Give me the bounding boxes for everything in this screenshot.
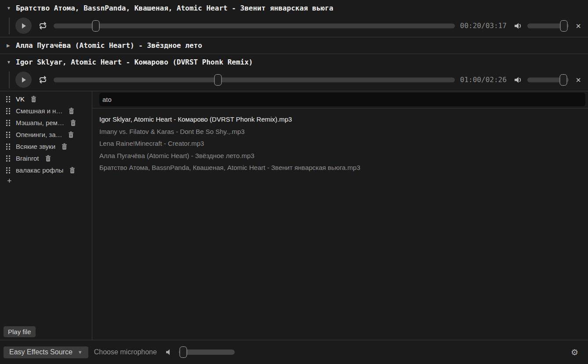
play-button[interactable] [15, 18, 32, 34]
bottom-bar: Easy Effects Source ▼ Choose microphone … [0, 340, 588, 364]
play-icon [21, 77, 26, 83]
repeat-button[interactable] [38, 76, 47, 84]
drag-handle-icon[interactable] [6, 155, 11, 162]
seek-slider[interactable] [54, 20, 455, 32]
time-display: 01:00/02:26 [458, 76, 508, 84]
delete-category-button[interactable] [69, 108, 74, 114]
player-row-2: ▶ Алла Пугачёва (Atomic Heart) - Звёздно… [0, 37, 588, 54]
file-list: Igor Sklyar, Atomic Heart - Комарово (DV… [92, 108, 588, 174]
sidebar-item-meshapy[interactable]: Мэшапы, рем… [0, 117, 92, 129]
volume-slider[interactable] [527, 74, 569, 86]
seek-track [54, 23, 455, 28]
gear-icon: ⚙ [571, 348, 578, 357]
player-3-controls: 01:00/02:26 × [0, 70, 588, 91]
player-row-1: ▼ Братство Атома, BassnPanda, Квашеная, … [0, 0, 588, 37]
trash-icon [31, 96, 36, 102]
drag-handle-icon[interactable] [6, 143, 11, 150]
repeat-button[interactable] [38, 22, 47, 30]
player-2-header[interactable]: ▶ Алла Пугачёва (Atomic Heart) - Звёздно… [0, 37, 588, 54]
category-label: Brainrot [16, 155, 39, 162]
trash-icon [45, 155, 51, 162]
volume-thumb[interactable] [560, 20, 568, 32]
drag-handle-icon[interactable] [6, 167, 11, 174]
player-row-3: ▼ Igor Sklyar, Atomic Heart - Комарово (… [0, 54, 588, 91]
drag-handle-icon[interactable] [6, 131, 11, 138]
microphone-volume-thumb[interactable] [180, 346, 187, 358]
seek-track [54, 77, 455, 82]
volume-slider[interactable] [527, 20, 569, 32]
player-1-title: Братство Атома, BassnPanda, Квашеная, At… [16, 4, 333, 12]
volume-button[interactable] [513, 76, 523, 84]
category-label: Опенинги, за… [16, 131, 62, 138]
repeat-icon [38, 22, 47, 30]
caret-down-icon: ▼ [7, 60, 11, 65]
speaker-icon [513, 22, 523, 30]
search-input[interactable] [99, 93, 585, 106]
player-3-title: Igor Sklyar, Atomic Heart - Комарово (DV… [16, 58, 253, 66]
sidebar-item-brainrot[interactable]: Brainrot [0, 152, 92, 164]
file-item[interactable]: Алла Пугачёва (Atomic Heart) - Звёздное … [99, 150, 588, 162]
file-item[interactable]: Lena Raine!Minecraft - Creator.mp3 [99, 137, 588, 150]
speaker-muted-icon [165, 349, 172, 356]
volume-button[interactable] [513, 22, 523, 30]
sidebar-item-valakas[interactable]: валакас рофлы [0, 164, 92, 176]
trash-icon [68, 131, 74, 138]
caret-right-icon: ▶ [7, 43, 11, 48]
repeat-icon [38, 76, 47, 84]
file-item[interactable]: Братство Атома, BassnPanda, Квашеная, At… [99, 162, 588, 174]
source-selector-dropdown[interactable]: Easy Effects Source ▼ [4, 346, 88, 358]
seek-thumb[interactable] [92, 20, 99, 32]
trash-icon [69, 167, 75, 173]
category-label: VK [16, 95, 25, 103]
add-category-button[interactable]: + [7, 177, 12, 185]
file-item[interactable]: Imany vs. Filatov & Karas - Dont Be So S… [99, 126, 588, 138]
sidebar-item-vsyakie-zvuki[interactable]: Всякие звуки [0, 141, 92, 152]
file-item[interactable]: Igor Sklyar, Atomic Heart - Комарово (DV… [99, 113, 588, 126]
speaker-icon [513, 76, 523, 84]
drag-handle-icon[interactable] [6, 119, 11, 126]
caret-down-icon: ▼ [7, 6, 11, 11]
delete-category-button[interactable] [70, 119, 76, 126]
category-sidebar: VK Смешная и н… Мэшапы, рем… [0, 91, 92, 340]
microphone-volume-track [179, 350, 235, 355]
sidebar-item-vk[interactable]: VK [0, 93, 92, 105]
play-icon [21, 23, 26, 29]
delete-category-button[interactable] [31, 96, 36, 102]
choose-microphone-label: Choose microphone [94, 348, 157, 356]
category-label: Всякие звуки [16, 143, 55, 150]
microphone-mute-button[interactable] [165, 349, 172, 356]
seek-slider[interactable] [54, 74, 455, 86]
drag-handle-icon[interactable] [6, 96, 11, 103]
expander-guide-line [9, 72, 10, 88]
trash-icon [70, 119, 76, 126]
player-3-header[interactable]: ▼ Igor Sklyar, Atomic Heart - Комарово (… [0, 54, 588, 70]
settings-button[interactable]: ⚙ [571, 348, 578, 357]
delete-category-button[interactable] [62, 143, 67, 150]
delete-category-button[interactable] [68, 131, 74, 138]
trash-icon [69, 108, 74, 114]
main-panel: Igor Sklyar, Atomic Heart - Комарово (DV… [92, 91, 588, 340]
category-label: валакас рофлы [16, 166, 63, 174]
trash-icon [62, 143, 67, 150]
chevron-down-icon: ▼ [78, 350, 83, 355]
sidebar-item-smeshnaya[interactable]: Смешная и н… [0, 105, 92, 117]
seek-thumb[interactable] [214, 74, 222, 86]
sidebar-item-openingi[interactable]: Опенинги, за… [0, 129, 92, 141]
play-button[interactable] [15, 72, 32, 88]
category-label: Мэшапы, рем… [16, 119, 64, 126]
delete-category-button[interactable] [45, 155, 51, 162]
source-selector-label: Easy Effects Source [9, 348, 73, 356]
close-player-button[interactable]: × [574, 76, 583, 84]
player-1-header[interactable]: ▼ Братство Атома, BassnPanda, Квашеная, … [0, 0, 588, 16]
volume-thumb[interactable] [560, 74, 567, 86]
play-file-button[interactable]: Play file [4, 326, 36, 337]
player-2-title: Алла Пугачёва (Atomic Heart) - Звёздное … [16, 41, 202, 50]
microphone-volume-slider[interactable] [179, 346, 235, 358]
drag-handle-icon[interactable] [6, 108, 11, 115]
player-1-controls: 00:20/03:17 × [0, 16, 588, 37]
time-display: 00:20/03:17 [458, 22, 508, 30]
expander-guide-line [9, 18, 10, 34]
content-area: VK Смешная и н… Мэшапы, рем… [0, 91, 588, 340]
delete-category-button[interactable] [69, 167, 75, 173]
close-player-button[interactable]: × [574, 22, 583, 30]
